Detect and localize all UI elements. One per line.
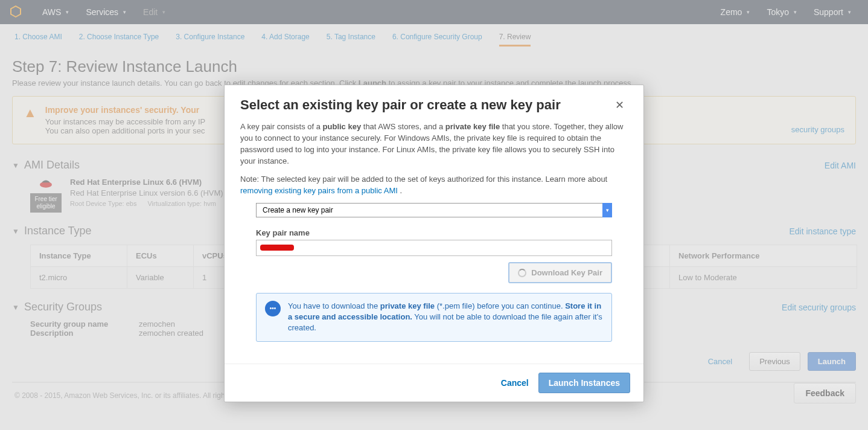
spinner-icon [518,269,526,277]
remove-key-pairs-link[interactable]: removing existing key pairs from a publi… [240,186,398,195]
modal-cancel-button[interactable]: Cancel [501,378,529,388]
launch-instances-button[interactable]: Launch Instances [538,373,630,393]
modal-paragraph-2: Note: The selected key pair will be adde… [240,174,628,197]
key-pair-modal: Select an existing key pair or create a … [224,85,644,402]
info-box: ••• You have to download the private key… [256,293,612,342]
modal-paragraph-1: A key pair consists of a public key that… [240,121,628,167]
download-key-pair-button[interactable]: Download Key Pair [508,262,612,283]
redacted-value [260,245,294,251]
modal-title: Select an existing key pair or create a … [240,97,561,113]
key-pair-name-input[interactable] [256,240,612,256]
key-pair-name-label: Key pair name [256,228,612,237]
info-icon: ••• [265,301,281,316]
key-pair-mode-select[interactable]: Create a new key pair [256,203,612,217]
close-icon[interactable]: ✕ [611,97,628,113]
